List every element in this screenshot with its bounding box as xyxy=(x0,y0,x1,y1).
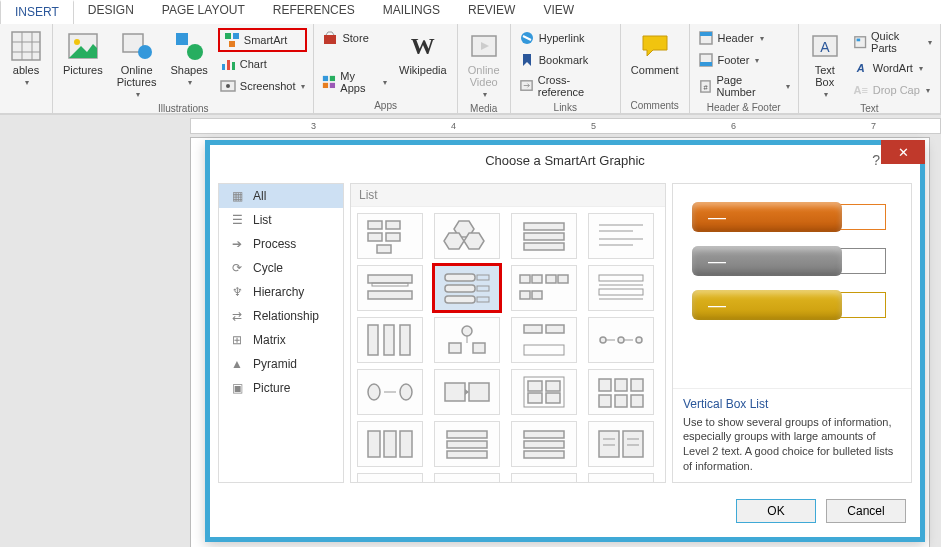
svg-rect-96 xyxy=(599,379,611,391)
tab-review[interactable]: REVIEW xyxy=(454,0,529,24)
smartart-thumb[interactable] xyxy=(588,369,654,415)
category-cycle[interactable]: ⟳Cycle xyxy=(219,256,343,280)
smartart-thumb-selected[interactable] xyxy=(434,265,500,311)
smartart-thumb[interactable] xyxy=(588,421,654,467)
category-all[interactable]: ▦All xyxy=(219,184,343,208)
category-list-item[interactable]: ☰List xyxy=(219,208,343,232)
smartart-thumb[interactable] xyxy=(357,213,423,259)
smartart-thumb[interactable] xyxy=(511,265,577,311)
all-icon: ▦ xyxy=(229,189,245,203)
svg-rect-38 xyxy=(368,221,382,229)
category-hierarchy[interactable]: ♆Hierarchy xyxy=(219,280,343,304)
category-relationship[interactable]: ⇄Relationship xyxy=(219,304,343,328)
tab-design[interactable]: DESIGN xyxy=(74,0,148,24)
dialog-titlebar: Choose a SmartArt Graphic ? ✕ xyxy=(210,145,920,175)
online-pictures-button[interactable]: Online Pictures xyxy=(113,28,161,101)
svg-rect-100 xyxy=(615,395,627,407)
smartart-thumb[interactable] xyxy=(357,473,423,482)
category-picture[interactable]: ▣Picture xyxy=(219,376,343,400)
store-button[interactable]: Store xyxy=(320,28,389,48)
crossref-button[interactable]: Cross-reference xyxy=(517,72,614,100)
smartart-thumb[interactable] xyxy=(511,317,577,363)
smartart-thumb[interactable] xyxy=(511,421,577,467)
tab-view[interactable]: VIEW xyxy=(529,0,588,24)
preview-pill-gray: — xyxy=(692,246,842,276)
svg-rect-42 xyxy=(377,245,391,253)
svg-marker-44 xyxy=(444,233,464,249)
smartart-thumb[interactable] xyxy=(588,473,654,482)
smartart-thumb[interactable] xyxy=(511,369,577,415)
gallery-title: List xyxy=(351,184,665,207)
myapps-button[interactable]: My Apps xyxy=(320,68,389,96)
screenshot-button[interactable]: Screenshot xyxy=(218,76,308,96)
svg-rect-105 xyxy=(447,431,487,438)
svg-rect-68 xyxy=(599,275,643,281)
ok-button[interactable]: OK xyxy=(736,499,816,523)
svg-rect-106 xyxy=(447,441,487,448)
tab-insert[interactable]: INSERT xyxy=(0,0,74,24)
smartart-thumb[interactable] xyxy=(511,473,577,482)
online-video-button[interactable]: Online Video xyxy=(464,28,504,101)
wikipedia-button[interactable]: W Wikipedia xyxy=(395,28,451,78)
smartart-thumb[interactable] xyxy=(511,213,577,259)
wordart-button[interactable]: A WordArt xyxy=(851,58,934,78)
svg-rect-79 xyxy=(524,325,542,333)
comment-button[interactable]: Comment xyxy=(627,28,683,78)
footer-button[interactable]: Footer xyxy=(696,50,792,70)
smartart-thumb[interactable] xyxy=(357,317,423,363)
shapes-button[interactable]: Shapes xyxy=(167,28,212,89)
group-headerfooter: Header Footer # Page Number Header & Foo… xyxy=(690,24,799,113)
dropcap-button[interactable]: A≡ Drop Cap xyxy=(851,80,934,100)
header-icon xyxy=(698,30,714,46)
tab-mailings[interactable]: MAILINGS xyxy=(369,0,454,24)
category-matrix[interactable]: ⊞Matrix xyxy=(219,328,343,352)
svg-rect-101 xyxy=(631,395,643,407)
svg-rect-56 xyxy=(445,274,475,281)
help-button[interactable]: ? xyxy=(872,152,880,168)
pictures-button[interactable]: Pictures xyxy=(59,28,107,78)
smartart-thumb[interactable] xyxy=(588,265,654,311)
preview-row: — xyxy=(692,246,892,276)
comment-icon xyxy=(639,30,671,62)
tab-references[interactable]: REFERENCES xyxy=(259,0,369,24)
textbox-button[interactable]: A Text Box xyxy=(805,28,845,101)
smartart-thumb[interactable] xyxy=(588,317,654,363)
chart-button[interactable]: Chart xyxy=(218,54,308,74)
tab-pagelayout[interactable]: PAGE LAYOUT xyxy=(148,0,259,24)
quickparts-button[interactable]: Quick Parts xyxy=(851,28,934,56)
smartart-thumb[interactable] xyxy=(357,265,423,311)
smartart-thumb[interactable] xyxy=(434,317,500,363)
svg-rect-110 xyxy=(524,451,564,458)
smartart-thumb[interactable] xyxy=(434,421,500,467)
header-button[interactable]: Header xyxy=(696,28,792,48)
smartart-button[interactable]: SmartArt xyxy=(218,28,308,52)
smartart-thumb[interactable] xyxy=(434,369,500,415)
smartart-thumb[interactable] xyxy=(588,213,654,259)
close-button[interactable]: ✕ xyxy=(881,140,925,164)
smartart-thumb[interactable] xyxy=(357,369,423,415)
crossref-label: Cross-reference xyxy=(538,74,612,98)
pagenum-button[interactable]: # Page Number xyxy=(696,72,792,100)
smartart-thumb[interactable] xyxy=(357,421,423,467)
hyperlink-button[interactable]: Hyperlink xyxy=(517,28,614,48)
category-process[interactable]: ➔Process xyxy=(219,232,343,256)
online-pictures-label: Online Pictures xyxy=(117,64,157,88)
wikipedia-icon: W xyxy=(407,30,439,62)
category-pyramid[interactable]: ▲Pyramid xyxy=(219,352,343,376)
gallery-grid[interactable] xyxy=(351,207,665,482)
video-label: Online Video xyxy=(468,64,500,88)
pill-dash: — xyxy=(708,295,726,316)
svg-rect-107 xyxy=(447,451,487,458)
ruler-mark: 4 xyxy=(451,121,456,131)
svg-rect-98 xyxy=(631,379,643,391)
horizontal-ruler[interactable]: 3 4 5 6 7 xyxy=(190,118,941,134)
cancel-button[interactable]: Cancel xyxy=(826,499,906,523)
svg-rect-23 xyxy=(330,83,335,88)
svg-rect-70 xyxy=(599,289,643,295)
bookmark-button[interactable]: Bookmark xyxy=(517,50,614,70)
smartart-thumb[interactable] xyxy=(434,473,500,482)
table-button[interactable]: ables xyxy=(6,28,46,89)
quickparts-icon xyxy=(853,34,867,50)
smartart-thumb[interactable] xyxy=(434,213,500,259)
svg-rect-40 xyxy=(368,233,382,241)
